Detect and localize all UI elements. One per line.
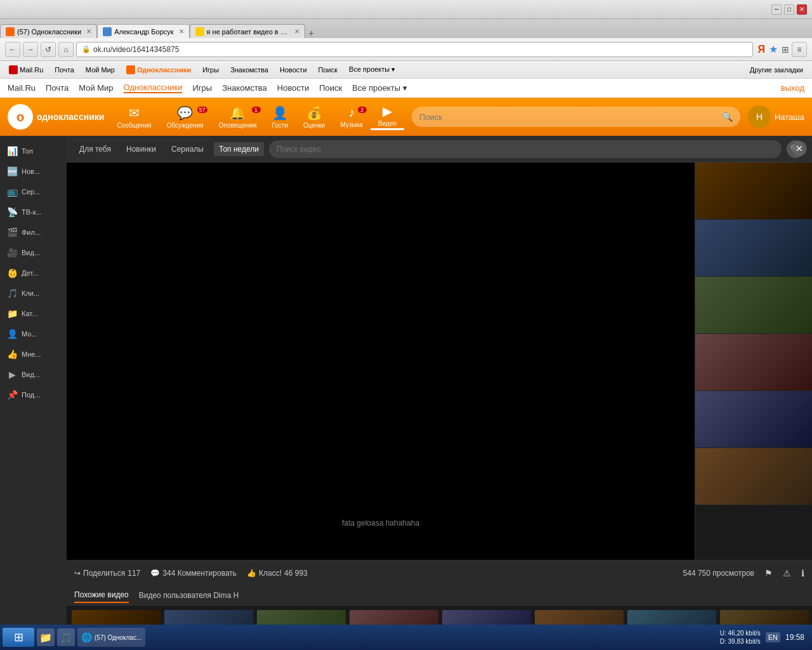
ok-nav-video[interactable]: ▶ Видео — [370, 103, 404, 130]
star-icon[interactable]: ★ — [769, 43, 778, 55]
tab-alexandr[interactable]: Александр Борсук ✕ — [97, 24, 189, 38]
sidebar-item-serials[interactable]: 📺 Сер... — [0, 182, 67, 202]
taskbar-explorer-btn[interactable]: 📁 — [37, 628, 55, 646]
back-button[interactable]: ← — [5, 42, 20, 57]
sidebar-item-films[interactable]: 🎬 Фил... — [0, 222, 67, 242]
right-thumb-3[interactable] — [695, 277, 812, 334]
warning-icon[interactable]: ⚠ — [783, 568, 791, 578]
tab-serialy[interactable]: Сериалы — [166, 142, 209, 156]
start-button[interactable]: ⊞ — [3, 628, 34, 647]
close-button[interactable]: ✕ — [797, 4, 807, 15]
bookmark-label: Mail.Ru — [20, 66, 43, 74]
current-video-title: fata geloasa hahahaha — [342, 519, 419, 527]
nav-igry[interactable]: Игры — [192, 83, 212, 93]
tab-odnoklassniki[interactable]: (57) Одноклассники ✕ — [0, 24, 97, 38]
minimize-button[interactable]: ─ — [771, 4, 782, 15]
bookmark-pochta[interactable]: Почта — [51, 65, 78, 75]
bookmark-label: Все проекты ▾ — [349, 65, 395, 74]
ok-logo[interactable]: о одноклассники — [8, 104, 104, 129]
forward-button[interactable]: → — [23, 42, 38, 57]
video-search-input[interactable] — [269, 140, 782, 158]
network-speed: U: 46,20 kbit/sD: 39,83 kbit/s — [720, 629, 761, 646]
right-thumb-2[interactable] — [695, 220, 812, 277]
ok-nav-notifications[interactable]: 1 🔔 Оповещения — [211, 105, 265, 129]
taskbar-media-btn[interactable]: 🎵 — [57, 628, 75, 646]
sidebar-item-new[interactable]: 🆕 Нов... — [0, 161, 67, 182]
sidebar-item-my[interactable]: 👤 Мо... — [0, 324, 67, 344]
sidebar-item-top[interactable]: 📊 Топ — [0, 141, 67, 161]
tab-top-nedeli[interactable]: Топ недели — [214, 142, 264, 156]
bookmark-allprojects[interactable]: Все проекты ▾ — [345, 64, 399, 75]
ok-nav-discussions[interactable]: 57 💬 Обсуждения — [159, 105, 211, 129]
sidebar-label: Мне... — [22, 350, 41, 358]
nav-mailru[interactable]: Mail.Ru — [8, 83, 36, 93]
nav-exit[interactable]: выход — [781, 83, 804, 93]
nav-poisk[interactable]: Поиск — [319, 83, 342, 93]
bookmark-label: Новости — [280, 66, 307, 74]
nav-ok[interactable]: Одноклассники — [124, 83, 183, 93]
language-indicator[interactable]: EN — [766, 632, 780, 642]
ok-top-nav: Mail.Ru Почта Мой Мир Одноклассники Игры… — [0, 79, 812, 98]
bookmark-znakomstva[interactable]: Знакомства — [226, 65, 272, 75]
sidebar-item-watched[interactable]: ▶ Вид... — [0, 364, 67, 385]
address-bar[interactable]: 🔒 ok.ru/video/16414345875 — [76, 42, 753, 57]
new-tab-button[interactable]: + — [305, 28, 318, 38]
related-tab-user[interactable]: Видео пользователя Dima H — [139, 588, 239, 602]
bookmark-mailru[interactable]: Mail.Ru — [5, 64, 47, 76]
bookmark-ok[interactable]: Одноклассники — [122, 64, 195, 76]
right-thumb-4[interactable] — [695, 334, 812, 391]
tab-close-icon[interactable]: ✕ — [294, 28, 299, 35]
nav-znakomstva[interactable]: Знакомства — [222, 83, 267, 93]
discussions-badge: 57 — [197, 107, 207, 113]
maximize-button[interactable]: □ — [784, 4, 794, 15]
bookmark-novosti[interactable]: Новости — [276, 65, 311, 75]
nav-novosti[interactable]: Новости — [277, 83, 309, 93]
tab-close-icon[interactable]: ✕ — [86, 28, 91, 35]
sidebar-item-subscribe[interactable]: 📌 Под... — [0, 385, 67, 405]
ok-search-input[interactable] — [419, 112, 722, 122]
ok-nav-ratings[interactable]: 💰 Оценки — [296, 105, 332, 129]
user-profile[interactable]: Н Наташа — [748, 105, 804, 128]
sidebar-item-tv[interactable]: 📡 ТВ-к... — [0, 202, 67, 222]
ok-search-bar[interactable]: 🔍 — [412, 107, 740, 127]
refresh-button[interactable]: ↺ — [41, 42, 56, 57]
share-action[interactable]: ↪ Поделиться 117 — [74, 569, 140, 578]
bookmark-moimir[interactable]: Мой Мир — [82, 65, 119, 75]
messages-icon: ✉ — [129, 105, 140, 121]
bookmark-poisk[interactable]: Поиск — [315, 65, 341, 75]
tab-close-icon[interactable]: ✕ — [179, 28, 184, 35]
related-tab-similar[interactable]: Похожие видео — [74, 588, 129, 603]
menu-button[interactable]: ≡ — [792, 42, 807, 57]
tab-dlya-tebya[interactable]: Для тебя — [74, 142, 116, 156]
home-button[interactable]: ⌂ — [58, 42, 74, 57]
nav-moimir[interactable]: Мой Мир — [79, 83, 113, 93]
nav-pochta[interactable]: Почта — [46, 83, 69, 93]
tab-novinka[interactable]: Новинки — [121, 142, 161, 156]
video-cam-icon: 🎥 — [6, 248, 18, 258]
right-thumb-5[interactable] — [695, 391, 812, 448]
sidebar-item-catalog[interactable]: 📁 Кат... — [0, 303, 67, 324]
sidebar-item-video[interactable]: 🎥 Вид... — [0, 242, 67, 263]
flag-icon[interactable]: ⚑ — [764, 568, 773, 578]
bookmark-icon[interactable]: ⊞ — [782, 44, 789, 55]
sidebar-item-clips[interactable]: 🎵 Кли... — [0, 283, 67, 303]
films-icon: 🎬 — [6, 227, 18, 237]
sidebar-item-children[interactable]: 👶 Дет... — [0, 263, 67, 283]
sidebar-item-liked[interactable]: 👍 Мне... — [0, 344, 67, 364]
ok-nav-messages[interactable]: ✉ Сообщения — [109, 105, 159, 129]
like-action[interactable]: 👍 Класс! 46 993 — [247, 569, 308, 578]
video-player[interactable]: fata geloasa hahahaha — [67, 162, 695, 560]
right-thumb-1[interactable] — [695, 162, 812, 220]
tab-error[interactable]: я не работает видео в одн... ✕ — [190, 24, 305, 38]
nav-allprojects[interactable]: Все проекты ▾ — [352, 83, 407, 93]
ok-nav-guests[interactable]: 👤 Гости — [265, 105, 296, 129]
taskbar-browser-btn[interactable]: 🌐 (57) Одноклас... — [77, 628, 145, 647]
bookmark-other[interactable]: Другие закладки — [746, 65, 807, 75]
guests-label: Гости — [272, 122, 288, 129]
comment-action[interactable]: 💬 344 Комментировать — [150, 569, 237, 578]
bookmark-igry[interactable]: Игры — [199, 65, 223, 75]
right-thumb-6[interactable] — [695, 448, 812, 505]
messages-label: Сообщения — [117, 122, 151, 129]
info-icon[interactable]: ℹ — [801, 568, 804, 578]
ok-nav-music[interactable]: 2 ♪ Музыка — [332, 105, 370, 128]
